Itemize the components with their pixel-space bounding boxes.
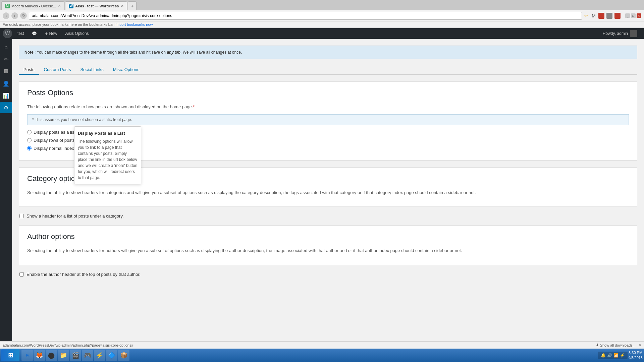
browser-tab-1[interactable]: M Modern Marvels - Overse... ✕	[1, 1, 64, 10]
tray-icon-2: 🔊	[607, 353, 612, 358]
chrome-icon: ⬤	[48, 352, 55, 359]
admin-bar-site-label: test	[17, 31, 24, 36]
start-label: ⊞	[8, 352, 13, 359]
sidebar-icon-media[interactable]: 🖼	[0, 66, 12, 77]
admin-bar-aisis-options[interactable]: Aisis Options	[61, 28, 93, 39]
posts-options-title: Posts Options	[27, 88, 629, 100]
tooltip-title: Display Posts as a List	[78, 130, 138, 137]
category-header-checkbox[interactable]	[19, 214, 24, 218]
browser-chrome: M Modern Marvels - Overse... ✕ W Aisis ·…	[0, 0, 644, 28]
author-header-checkbox[interactable]	[19, 272, 24, 277]
status-url: adambalan.com/WordPressDev/wp-admin/admi…	[3, 343, 133, 347]
sidebar-icon-stats[interactable]: 📊	[0, 90, 12, 101]
tab-social-links[interactable]: Social Links	[75, 65, 108, 75]
sidebar-icon-posts[interactable]: ✏	[0, 54, 12, 65]
radio-rows-label[interactable]: Display rows of posts.	[34, 138, 76, 143]
new-label: New	[49, 31, 57, 36]
browser-action-icons: ☆ M	[584, 13, 621, 19]
admin-bar-howdy[interactable]: Howdy, admin	[599, 28, 641, 39]
maximize-button[interactable]: □	[631, 13, 636, 18]
tab-misc-options[interactable]: Misc. Options	[108, 65, 144, 75]
sidebar-icon-settings[interactable]: ⚙	[0, 102, 12, 113]
taskbar-app9[interactable]: 📦	[118, 350, 129, 361]
wp-logo-symbol: W	[5, 31, 10, 37]
close-button[interactable]: ✕	[637, 13, 641, 18]
downloads-button[interactable]: ⬇ Show all downloads... ✕	[596, 343, 641, 347]
category-header-label[interactable]: Show a header for a list of posts under …	[26, 214, 124, 219]
tray-icon-4: ⚡	[620, 353, 625, 358]
avatar	[630, 30, 637, 37]
main-content: Note : You can make changes to the theme…	[12, 39, 644, 362]
ie-icon: e	[25, 352, 29, 359]
vlc-icon: 🎬	[72, 352, 79, 359]
posts-options-desc: The following options relate to how post…	[27, 104, 629, 110]
author-options-title: Author options	[27, 232, 629, 244]
import-bookmarks-link[interactable]: Import bookmarks now...	[115, 22, 156, 26]
taskbar-clock[interactable]: 3:30 PM 4/5/2013	[628, 350, 643, 361]
assumption-note: * This assumes you have not chosen a sta…	[27, 114, 629, 125]
url-input[interactable]	[29, 12, 582, 20]
app9-icon: 📦	[120, 352, 127, 359]
taskbar-app7[interactable]: ⚡	[94, 350, 105, 361]
extension-icon-2[interactable]	[606, 13, 612, 19]
sidebar-icon-users[interactable]: 👤	[0, 78, 12, 89]
downloads-label[interactable]: Show all downloads...	[600, 343, 636, 347]
note-banner: Note : You can make changes to the theme…	[19, 46, 637, 59]
taskbar-firefox[interactable]: 🦊	[34, 350, 45, 361]
tray-icon-1: 🔔	[601, 353, 606, 358]
taskbar-vlc[interactable]: 🎬	[70, 350, 81, 361]
howdy-label: Howdy, admin	[603, 31, 628, 36]
tab-custom-posts[interactable]: Custom Posts	[39, 65, 76, 75]
browser-tab-2[interactable]: W Aisis · test — WordPress ✕	[65, 1, 127, 10]
browser-address-bar: ‹ › ↻ ☆ M _ □ ✕	[0, 10, 644, 21]
app7-icon: ⚡	[96, 352, 103, 359]
extension-icon-1[interactable]	[598, 13, 604, 19]
tab-favicon-2: W	[69, 4, 73, 8]
admin-bar-site[interactable]: test	[13, 28, 28, 39]
app6-icon: 🎮	[84, 352, 91, 359]
downloads-close[interactable]: ✕	[638, 343, 641, 347]
bookmarks-bar: For quick access, place your bookmarks h…	[0, 21, 644, 28]
browser-new-tab[interactable]: +	[128, 1, 137, 10]
sidebar-icon-home[interactable]: ⌂	[0, 42, 12, 53]
wp-logo[interactable]: W	[3, 29, 12, 38]
taskbar-app8[interactable]: 🔷	[106, 350, 117, 361]
tab-posts[interactable]: Posts	[19, 65, 39, 75]
star-icon[interactable]: ☆	[584, 13, 588, 18]
start-button[interactable]: ⊞	[1, 349, 19, 361]
extension-icon-3[interactable]	[614, 13, 621, 19]
radio-display-normal[interactable]	[27, 146, 32, 150]
tab-close-2[interactable]: ✕	[121, 4, 123, 8]
radio-display-rows[interactable]	[27, 138, 32, 142]
minimize-button[interactable]: _	[625, 13, 630, 18]
taskbar-chrome[interactable]: ⬤	[46, 350, 57, 361]
category-options-desc: Selecting the ability to show headers fo…	[27, 189, 629, 196]
tooltip-popup: Display Posts as a List The following op…	[74, 126, 141, 185]
taskbar: ⊞ e 🦊 ⬤ 📁 🎬 🎮 ⚡ 🔷 📦 🔔 🔊 📶 ⚡ 3:30 PM 4/5/…	[0, 349, 644, 362]
clock-time: 3:30 PM	[628, 350, 643, 355]
forward-button[interactable]: ›	[11, 12, 18, 19]
taskbar-folder[interactable]: 📁	[58, 350, 69, 361]
back-button[interactable]: ‹	[3, 12, 9, 19]
firefox-icon: 🦊	[36, 352, 43, 359]
tooltip-text: The following options will allow you to …	[78, 138, 138, 181]
admin-bar-comments[interactable]: 💬	[28, 28, 41, 39]
gmail-icon[interactable]: M	[592, 13, 596, 18]
folder-icon: 📁	[60, 352, 67, 359]
admin-bar-new[interactable]: + New	[41, 28, 61, 39]
radio-display-list[interactable]	[27, 130, 32, 134]
aisis-options-label: Aisis Options	[65, 31, 89, 36]
tab-favicon-1: M	[5, 4, 10, 8]
browser-status-bar: adambalan.com/WordPressDev/wp-admin/admi…	[0, 341, 644, 349]
radio-list-label[interactable]: Display posts as a list	[34, 130, 75, 135]
author-header-label[interactable]: Enable the author header at the top of p…	[26, 272, 141, 277]
category-checkbox-container: Show a header for a list of posts under …	[19, 214, 637, 219]
taskbar-ie[interactable]: e	[21, 350, 33, 361]
author-checkbox-container: Enable the author header at the top of p…	[19, 272, 637, 277]
clock-date: 4/5/2013	[628, 355, 643, 360]
reload-button[interactable]: ↻	[20, 12, 27, 19]
tab-title-2: Aisis · test — WordPress	[75, 4, 119, 8]
taskbar-app6[interactable]: 🎮	[82, 350, 93, 361]
tab-close-1[interactable]: ✕	[58, 4, 61, 8]
comment-icon: 💬	[32, 31, 37, 36]
